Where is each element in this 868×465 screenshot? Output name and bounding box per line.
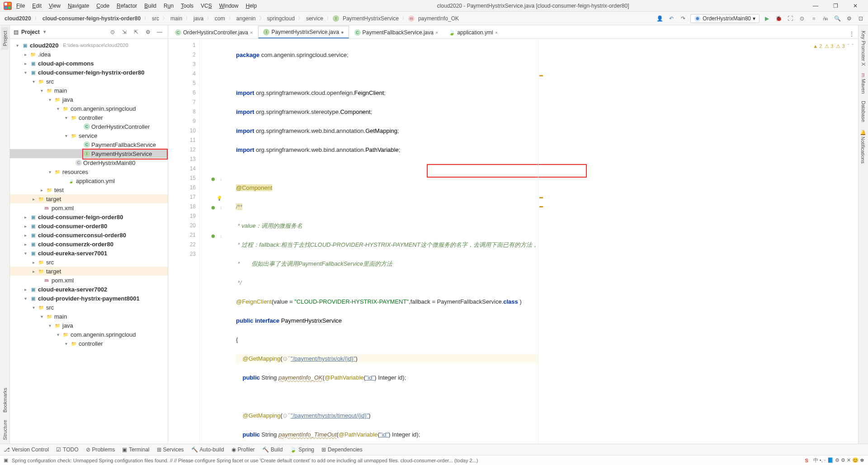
tab-fallback[interactable]: CPaymentFallbackService.java× bbox=[349, 26, 443, 38]
bottom-toolbar: ⎇Version Control ☑TODO ⊘Problems ▣Termin… bbox=[0, 444, 868, 455]
code-area[interactable]: ▲ 2 ⚠ 3 ⚠ 3 ˇˆ 1234567 891011121314 15⬢↓… bbox=[168, 39, 858, 444]
sidebar-tab-bookmarks[interactable]: Bookmarks bbox=[1, 384, 9, 416]
tool-problems[interactable]: ⊘Problems bbox=[86, 446, 115, 453]
sidebar-tab-structure[interactable]: Structure bbox=[1, 416, 9, 444]
run-config-select[interactable]: ⬢ OrderHystrixMain80 ▾ bbox=[690, 14, 760, 23]
svg-rect-4 bbox=[8, 6, 11, 9]
folder-icon: ▤ bbox=[14, 29, 19, 35]
crumb-angenin[interactable]: angenin bbox=[235, 15, 258, 22]
profile-button[interactable]: ⊙ bbox=[797, 14, 807, 23]
svg-rect-3 bbox=[5, 6, 7, 9]
project-header: ▤ Project ▼ ⊙ ⇲ ⇱ ⚙ — bbox=[10, 25, 168, 39]
navigation-bar: cloud2020〉 cloud-consumer-feign-hystrix-… bbox=[0, 12, 868, 25]
tool-build[interactable]: 🔨Build bbox=[262, 446, 283, 453]
crumb-src[interactable]: src bbox=[150, 15, 161, 22]
sidebar-tab-maven[interactable]: m Maven bbox=[860, 70, 867, 97]
stop-button[interactable]: ■ bbox=[809, 14, 818, 23]
crumb-root[interactable]: cloud2020 bbox=[3, 15, 33, 22]
menu-build[interactable]: Build bbox=[142, 2, 159, 10]
gutter: 1234567 891011121314 15⬢↓ 16 17💡 18⬢↓ 19… bbox=[168, 39, 200, 444]
sidebar-tab-keypromoter[interactable]: Key Promoter X bbox=[860, 27, 867, 70]
ime-icon: S bbox=[803, 458, 809, 463]
expand-all-icon[interactable]: ⇲ bbox=[120, 28, 129, 37]
tool-deps[interactable]: ⊞Dependencies bbox=[321, 446, 363, 453]
settings-icon[interactable]: ⚙ bbox=[143, 28, 152, 37]
method-icon: m bbox=[408, 15, 415, 22]
collapse-all-icon[interactable]: ⇱ bbox=[132, 28, 141, 37]
menu-vcs[interactable]: VCS bbox=[198, 2, 215, 10]
window-maximize[interactable]: ❐ bbox=[826, 3, 844, 9]
crumb-module[interactable]: cloud-consumer-feign-hystrix-order80 bbox=[41, 15, 142, 22]
debug-button[interactable]: 🐞 bbox=[774, 14, 783, 23]
add-config-icon[interactable]: 👤 bbox=[655, 14, 664, 23]
sidebar-tab-database[interactable]: Database bbox=[860, 97, 867, 126]
menu-code[interactable]: Code bbox=[94, 2, 112, 10]
run-button[interactable]: ▶ bbox=[762, 14, 771, 23]
tabs-more-icon[interactable]: ⋮ bbox=[847, 29, 856, 38]
window-close[interactable]: ✕ bbox=[846, 3, 864, 9]
chevron-down-icon[interactable]: ▼ bbox=[42, 29, 47, 34]
back-icon[interactable]: ↶ bbox=[667, 14, 676, 23]
tool-todo[interactable]: ☑TODO bbox=[56, 446, 78, 453]
menu-help[interactable]: Help bbox=[243, 2, 259, 10]
crumb-main[interactable]: main bbox=[169, 15, 184, 22]
select-opened-icon[interactable]: ⊙ bbox=[108, 28, 117, 37]
status-ime: 中 •, ◦ 📘 ⚙ ⚙ ✕ 😊 ♚ bbox=[813, 457, 864, 464]
tab-controller[interactable]: COrderHystirxController.java× bbox=[170, 26, 258, 38]
svg-rect-1 bbox=[5, 3, 7, 5]
project-tree[interactable]: ▾▣cloud2020 E:\idea-workspace\cloud2020 … bbox=[10, 39, 168, 444]
menu-tools[interactable]: Tools bbox=[178, 2, 196, 10]
status-bar: ▣ Spring configuration check: Unmapped S… bbox=[0, 455, 868, 465]
menu-bar: File Edit View Navigate Code Refactor Bu… bbox=[0, 0, 868, 12]
crumb-class[interactable]: PaymentHystrixService bbox=[341, 15, 401, 22]
menu-view[interactable]: View bbox=[46, 2, 63, 10]
project-title: Project bbox=[21, 29, 40, 35]
menu-navigate[interactable]: Navigate bbox=[65, 2, 92, 10]
show-options-icon[interactable]: ⊡ bbox=[856, 14, 865, 23]
forward-icon[interactable]: ↷ bbox=[679, 14, 688, 23]
inspections[interactable]: ▲ 2 ⚠ 3 ⚠ 3 ˇˆ bbox=[813, 42, 854, 51]
tool-profiler[interactable]: ◉Profiler bbox=[231, 446, 255, 453]
menu-edit[interactable]: Edit bbox=[29, 2, 44, 10]
sidebar-tab-project[interactable]: Project bbox=[1, 27, 9, 50]
hide-icon[interactable]: — bbox=[155, 28, 164, 37]
project-panel: ▤ Project ▼ ⊙ ⇲ ⇱ ⚙ — ▾▣cloud2020 E:\ide… bbox=[10, 25, 168, 444]
right-tool-strip: Key Promoter X m Maven Database 🔔 Notifi… bbox=[858, 25, 868, 444]
window-minimize[interactable]: — bbox=[807, 3, 825, 9]
crumb-java[interactable]: java bbox=[192, 15, 205, 22]
main-area: Project Bookmarks Structure ▤ Project ▼ … bbox=[0, 25, 868, 444]
settings-icon[interactable]: ⚙ bbox=[844, 14, 854, 23]
tool-vcs[interactable]: ⎇Version Control bbox=[4, 446, 49, 453]
chevron-down-icon: ▾ bbox=[753, 15, 755, 22]
error-stripe[interactable] bbox=[538, 39, 544, 444]
editor: COrderHystirxController.java× IPaymentHy… bbox=[168, 25, 858, 444]
menu-window[interactable]: Window bbox=[217, 2, 241, 10]
tool-window-icon[interactable]: ▣ bbox=[4, 457, 8, 463]
spring-icon: ⬢ bbox=[694, 15, 701, 22]
svg-rect-2 bbox=[8, 3, 11, 5]
menu-file[interactable]: File bbox=[14, 2, 28, 10]
window-title: cloud2020 - PaymentHystrixService.java [… bbox=[261, 3, 805, 9]
tool-services[interactable]: ⊞Services bbox=[157, 446, 184, 453]
translate-icon[interactable]: 🗛 bbox=[821, 14, 830, 23]
interface-icon: I bbox=[333, 15, 339, 22]
crumb-service[interactable]: service bbox=[304, 15, 325, 22]
tool-autobuild[interactable]: 🔨Auto-build bbox=[191, 446, 224, 453]
tab-yml[interactable]: 🍃application.yml× bbox=[443, 26, 503, 38]
code[interactable]: package com.angenin.springcloud.service;… bbox=[200, 39, 538, 444]
tab-service[interactable]: IPaymentHystrixService.java● bbox=[258, 26, 349, 38]
left-tool-strip: Project Bookmarks Structure bbox=[0, 25, 10, 444]
tool-terminal[interactable]: ▣Terminal bbox=[122, 446, 149, 453]
search-icon[interactable]: 🔍 bbox=[833, 14, 842, 23]
menu-refactor[interactable]: Refactor bbox=[114, 2, 140, 10]
tree-selected-item: IPaymentHystrixService bbox=[10, 149, 168, 158]
crumb-method[interactable]: paymentInfo_OK bbox=[416, 15, 461, 22]
crumb-com[interactable]: com bbox=[213, 15, 227, 22]
status-message: Spring configuration check: Unmapped Spr… bbox=[12, 458, 800, 463]
menu-run[interactable]: Run bbox=[161, 2, 176, 10]
sidebar-tab-notifications[interactable]: 🔔 Notifications bbox=[859, 126, 867, 167]
tool-spring[interactable]: 🍃Spring bbox=[290, 446, 314, 453]
coverage-button[interactable]: ⛶ bbox=[786, 14, 795, 23]
crumb-springcloud[interactable]: springcloud bbox=[265, 15, 297, 22]
run-config-label: OrderHystrixMain80 bbox=[703, 15, 751, 22]
